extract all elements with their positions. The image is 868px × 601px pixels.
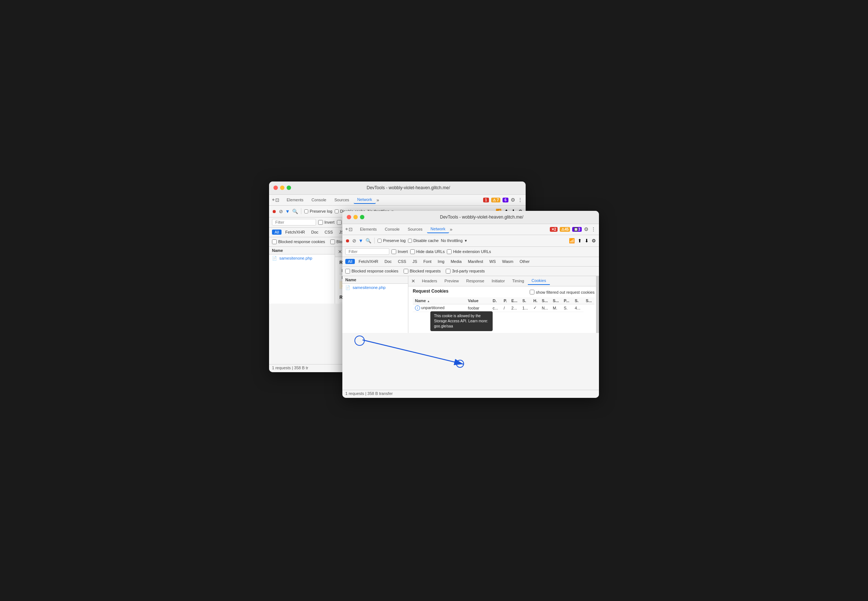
tab-network-back[interactable]: Network [354,196,376,204]
settings-icon-front[interactable]: ⚙ [584,226,589,232]
cookie-row-unpartitioned-req-front[interactable]: i unpartitioned foobar c... / 2... 1... … [413,304,595,312]
invert-checkbox-back[interactable] [318,220,323,225]
maximize-button-back[interactable] [287,186,291,190]
tab-network-front[interactable]: Network [427,225,449,233]
detail-tab-cookies-front[interactable]: Cookies [528,277,550,285]
type-css-front[interactable]: CSS [396,259,409,264]
stop-icon-front[interactable]: ⏺ [345,238,350,244]
show-filtered-label[interactable]: show filtered out request cookies [530,290,595,294]
blocked-resp-cookies-checkbox-back[interactable] [272,239,277,244]
tab-elements-back[interactable]: Elements [283,196,307,203]
tab-elements-front[interactable]: Elements [356,226,381,233]
clear-icon-front[interactable]: ⊘ [352,238,356,244]
show-filtered-checkbox[interactable] [530,290,535,294]
detail-tab-preview-front[interactable]: Preview [441,277,463,285]
maximize-button-front[interactable] [360,215,364,219]
traffic-lights-front [347,215,364,219]
disable-cache-checkbox-back[interactable] [335,209,339,214]
type-css-back[interactable]: CSS [322,230,336,235]
third-party-checkbox-front[interactable] [446,269,451,273]
type-js-front[interactable]: JS [410,259,420,264]
type-ws-front[interactable]: WS [487,259,498,264]
detail-tab-initiator-front[interactable]: Initiator [488,277,509,285]
wifi-icon-front[interactable]: 📶 [569,238,575,244]
search-icon-back[interactable]: 🔍 [292,209,298,214]
detail-tab-headers-front[interactable]: Headers [418,277,441,285]
clear-icon-back[interactable]: ⊘ [279,209,283,214]
hide-data-urls-checkbox-back[interactable] [337,220,342,225]
more-icon-front[interactable]: ⋮ [591,226,596,232]
tab-sources-front[interactable]: Sources [404,226,426,233]
close-button-front[interactable] [347,215,351,219]
filter-input-front[interactable] [345,248,389,255]
throttling-front[interactable]: No throttling [441,238,463,243]
more-tabs-icon-front[interactable]: » [450,227,452,232]
front-request-cookies-title: Request Cookies [413,288,448,294]
detail-tab-response-front[interactable]: Response [463,277,488,285]
disable-cache-front[interactable]: Disable cache [408,238,439,243]
preserve-log-checkbox-back[interactable] [304,209,308,214]
detail-close-back[interactable]: ✕ [338,249,342,255]
search-icon-front[interactable]: 🔍 [365,238,371,244]
device-icon-front[interactable]: ⊡ [349,227,353,232]
type-doc-front[interactable]: Doc [382,259,394,264]
more-icon-back[interactable]: ⋮ [518,197,523,203]
preserve-log-checkbox-front[interactable] [378,239,382,243]
type-fetch-front[interactable]: Fetch/XHR [356,259,381,264]
type-wasm-front[interactable]: Wasm [499,259,516,264]
detail-close-front[interactable]: ✕ [411,278,415,284]
type-manifest-front[interactable]: Manifest [465,259,486,264]
cursor-icon[interactable]: ⌖ [272,197,274,203]
tab-sources-back[interactable]: Sources [330,196,353,203]
warning-badge-front: ⚠ 45 [560,227,570,232]
front-file-item[interactable]: 📄 samesitenone.php [343,284,408,291]
blocked-resp-cookies-cb-back[interactable]: Blocked response cookies [272,239,325,244]
hide-data-urls-checkbox-front[interactable] [410,249,415,254]
tab-console-back[interactable]: Console [308,196,330,203]
detail-tab-timing-front[interactable]: Timing [509,277,528,285]
stop-icon-back[interactable]: ⏺ [272,209,277,214]
preserve-log-back[interactable]: Preserve log [304,209,332,214]
hide-data-urls-cb-front[interactable]: Hide data URLs [410,249,445,254]
settings-icon-back[interactable]: ⚙ [511,197,515,203]
type-font-front[interactable]: Font [421,259,434,264]
close-button-back[interactable] [273,186,278,190]
type-img-front[interactable]: Img [435,259,447,264]
invert-checkbox-front[interactable] [391,249,396,254]
type-other-front[interactable]: Other [517,259,532,264]
type-doc-back[interactable]: Doc [309,230,321,235]
third-party-cb-front[interactable]: 3rd-party requests [446,269,484,273]
settings2-icon-front[interactable]: ⚙ [592,238,596,244]
invert-cb-back[interactable]: Invert [318,220,335,225]
preserve-log-front[interactable]: Preserve log [378,238,406,243]
upload-icon-front[interactable]: ⬆ [578,238,582,244]
back-window-title: DevTools - wobbly-violet-heaven.glitch.m… [295,185,521,190]
type-fetch-back[interactable]: Fetch/XHR [283,230,308,235]
minimize-button-back[interactable] [280,186,285,190]
file-icon-back: 📄 [272,256,277,261]
blocked-resp-cookies-cb-front[interactable]: Blocked response cookies [345,269,399,273]
filter-input-back[interactable] [272,219,316,226]
filter-icon-front[interactable]: ▼ [358,238,363,244]
th-name-req-front: Name ▲ [413,297,466,304]
more-tabs-icon-back[interactable]: » [376,197,379,203]
type-media-front[interactable]: Media [448,259,464,264]
blocked-resp-cookies-checkbox-front[interactable] [345,269,350,273]
minimize-button-front[interactable] [353,215,358,219]
cursor-icon-front[interactable]: ⌖ [345,226,348,232]
blocked-reqs-checkbox-back[interactable] [330,239,335,244]
blocked-reqs-cb-front[interactable]: Blocked requests [404,269,441,273]
hide-ext-urls-cb-front[interactable]: Hide extension URLs [447,249,491,254]
type-all-front[interactable]: All [345,259,355,264]
front-req-cookies-header-row: Request Cookies show filtered out reques… [408,287,599,297]
filter-icon-back[interactable]: ▼ [285,209,290,214]
blocked-reqs-checkbox-front[interactable] [404,269,408,273]
disable-cache-checkbox-front[interactable] [408,239,412,243]
hide-ext-urls-checkbox-front[interactable] [447,249,452,254]
invert-cb-front[interactable]: Invert [391,249,408,254]
type-all-back[interactable]: All [272,230,282,235]
download-icon-front[interactable]: ⬇ [585,238,589,244]
device-icon[interactable]: ⊡ [275,197,279,203]
tab-console-front[interactable]: Console [381,226,403,233]
back-file-item[interactable]: 📄 samesitenone.php [269,255,335,262]
